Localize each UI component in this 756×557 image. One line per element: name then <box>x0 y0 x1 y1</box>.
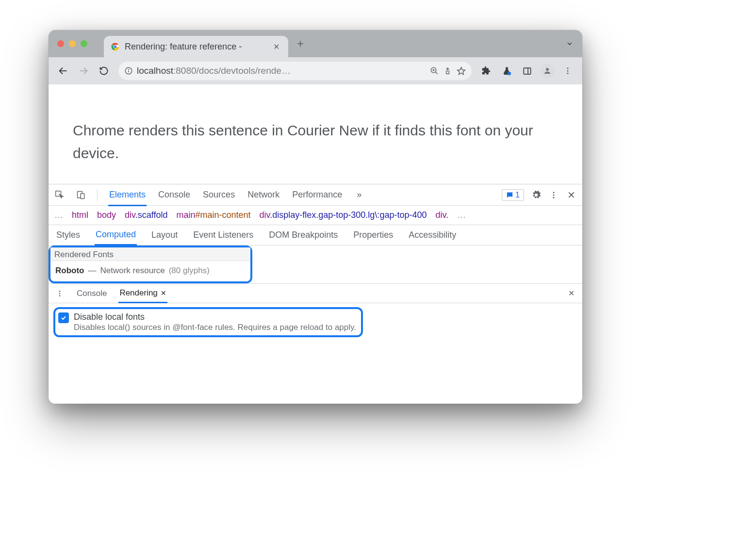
font-name: Roboto <box>55 266 84 276</box>
labs-button[interactable] <box>498 62 515 80</box>
svg-rect-13 <box>524 68 530 74</box>
inspect-element-icon[interactable] <box>54 190 65 200</box>
svg-point-16 <box>567 67 569 69</box>
tab-title: Rendering: feature reference - <box>125 42 266 52</box>
drawer-menu-icon[interactable] <box>54 288 65 299</box>
tab-elements[interactable]: Elements <box>108 185 147 206</box>
profile-button[interactable] <box>539 62 556 80</box>
breadcrumb-item: div. <box>435 210 448 220</box>
tab-sources[interactable]: Sources <box>202 185 236 205</box>
device-toolbar-icon[interactable] <box>76 190 86 200</box>
option-title: Disable local fonts <box>74 312 356 322</box>
svg-point-18 <box>567 73 569 74</box>
navigation-toolbar: localhost:8080/docs/devtools/rende… <box>49 57 582 84</box>
browser-window: Rendering: feature reference - ✕ + local… <box>49 30 582 404</box>
window-controls <box>57 40 87 47</box>
breadcrumb-item: body <box>97 210 116 220</box>
drawer-tab-console[interactable]: Console <box>76 285 108 302</box>
avatar-icon <box>540 64 555 78</box>
browser-tab[interactable]: Rendering: feature reference - ✕ <box>104 36 288 57</box>
share-icon[interactable] <box>444 67 452 75</box>
rendered-fonts-header: Rendered Fonts <box>50 247 250 261</box>
settings-icon[interactable] <box>531 190 542 200</box>
close-window-button[interactable] <box>57 40 64 47</box>
new-tab-button[interactable]: + <box>297 37 304 50</box>
breadcrumb-item: html <box>72 210 88 220</box>
drawer-tabs: Console Rendering ✕ ✕ <box>49 284 582 303</box>
svg-point-24 <box>553 197 555 198</box>
subtab-dom-breakpoints[interactable]: DOM Breakpoints <box>268 226 339 245</box>
elements-subtabs: Styles Computed Layout Event Listeners D… <box>49 225 582 246</box>
elements-breadcrumb[interactable]: … html body div.scaffold main#main-conte… <box>49 206 582 225</box>
svg-point-15 <box>546 68 549 71</box>
extensions-button[interactable] <box>477 62 495 80</box>
rendered-font-row: Roboto — Network resource (80 glyphs) <box>50 261 250 281</box>
chrome-menu-button[interactable] <box>559 62 576 80</box>
rendering-drawer: Disable local fonts Disables local() sou… <box>49 303 582 344</box>
breadcrumb-item: div.display-flex.gap-top-300.lg\:gap-top… <box>260 210 427 220</box>
tab-performance[interactable]: Performance <box>291 185 343 205</box>
forward-button[interactable] <box>75 62 92 80</box>
svg-marker-12 <box>458 67 465 74</box>
subtab-properties[interactable]: Properties <box>352 226 394 245</box>
font-source: Network resource <box>100 266 164 276</box>
sample-sentence: Chrome renders this sentence in Courier … <box>73 119 558 164</box>
subtab-layout[interactable]: Layout <box>150 226 179 245</box>
issues-badge[interactable]: 1 <box>502 189 524 201</box>
omnibox-actions <box>430 66 466 76</box>
svg-point-27 <box>59 295 61 296</box>
zoom-icon[interactable] <box>430 66 439 75</box>
svg-point-23 <box>553 194 555 196</box>
tab-network[interactable]: Network <box>247 185 280 205</box>
svg-point-22 <box>553 192 555 193</box>
page-content: Chrome renders this sentence in Courier … <box>49 84 582 184</box>
drawer-tab-rendering[interactable]: Rendering ✕ <box>118 284 167 303</box>
rendered-fonts-section: Rendered Fonts Roboto — Network resource… <box>49 246 582 284</box>
close-drawer-tab-icon[interactable]: ✕ <box>161 289 166 297</box>
svg-point-26 <box>59 293 61 294</box>
address-bar[interactable]: localhost:8080/docs/devtools/rende… <box>118 62 472 80</box>
subtab-event-listeners[interactable]: Event Listeners <box>192 226 254 245</box>
close-tab-button[interactable]: ✕ <box>271 41 281 52</box>
svg-rect-21 <box>81 193 84 198</box>
devtools-panel: Elements Console Sources Network Perform… <box>49 184 582 404</box>
disable-local-fonts-option[interactable]: Disable local fonts Disables local() sou… <box>58 312 356 332</box>
option-description: Disables local() sources in @font-face r… <box>74 323 356 332</box>
minimize-window-button[interactable] <box>69 40 76 47</box>
tab-strip: Rendering: feature reference - ✕ + <box>49 30 582 57</box>
more-tabs-icon[interactable]: » <box>354 190 364 200</box>
tab-list-button[interactable] <box>566 40 574 48</box>
close-drawer-icon[interactable]: ✕ <box>566 288 576 299</box>
breadcrumb-item: main#main-content <box>176 210 250 220</box>
back-button[interactable] <box>54 62 72 80</box>
url-text: localhost:8080/docs/devtools/rende… <box>137 66 291 76</box>
svg-point-17 <box>567 70 569 72</box>
subtab-styles[interactable]: Styles <box>55 226 81 245</box>
svg-line-9 <box>435 72 438 74</box>
breadcrumb-item: div.scaffold <box>125 210 167 220</box>
subtab-computed[interactable]: Computed <box>95 225 137 246</box>
subtab-accessibility[interactable]: Accessibility <box>408 226 457 245</box>
devtools-menu-icon[interactable] <box>548 190 559 200</box>
svg-point-25 <box>59 291 61 292</box>
devtools-tabs: Elements Console Sources Network Perform… <box>49 184 582 206</box>
maximize-window-button[interactable] <box>81 40 87 47</box>
tab-console[interactable]: Console <box>157 185 191 205</box>
breadcrumb-overflow-right[interactable]: … <box>457 210 466 220</box>
disable-local-fonts-checkbox[interactable] <box>58 312 69 323</box>
glyph-count: (80 glyphs) <box>169 266 210 276</box>
reload-button[interactable] <box>95 62 113 80</box>
close-devtools-icon[interactable]: ✕ <box>566 190 576 200</box>
bookmark-icon[interactable] <box>457 66 466 76</box>
side-panel-button[interactable] <box>518 62 536 80</box>
site-info-icon[interactable] <box>124 66 133 75</box>
chrome-favicon-icon <box>111 42 120 51</box>
svg-point-7 <box>129 69 129 70</box>
breadcrumb-overflow-left[interactable]: … <box>54 210 63 220</box>
